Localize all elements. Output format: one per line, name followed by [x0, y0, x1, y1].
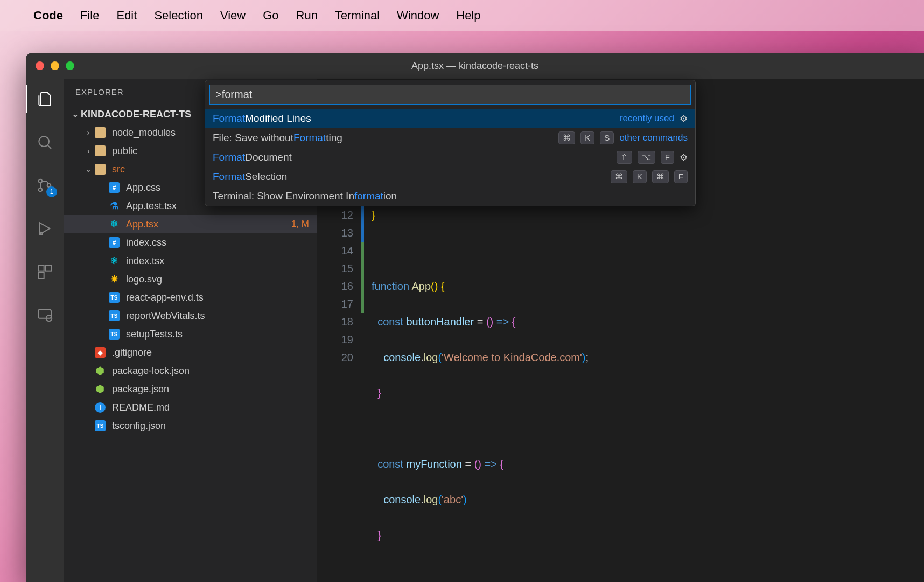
- activity-bar: 1: [26, 79, 64, 582]
- tree-item-label: index.tsx: [126, 255, 309, 267]
- line-number: 12: [317, 206, 353, 224]
- tree-item-logo-svg[interactable]: ✷logo.svg: [64, 270, 317, 288]
- palette-hint: recently used: [620, 113, 674, 124]
- keycap: ⌘: [652, 170, 669, 183]
- file-status: 1, M: [291, 219, 309, 230]
- chevron-down-icon: ⌄: [70, 110, 81, 119]
- tree-item-label: .gitignore: [112, 347, 309, 358]
- menubar-window[interactable]: Window: [397, 9, 439, 23]
- palette-hint: other commands: [619, 133, 688, 143]
- tree-item-label: setupTests.ts: [126, 329, 309, 340]
- line-number: 20: [317, 349, 353, 366]
- file-icon: [94, 126, 107, 139]
- activity-remote[interactable]: [26, 301, 64, 329]
- tree-item-tsconfig-json[interactable]: TStsconfig.json: [64, 417, 317, 435]
- file-icon: i: [94, 401, 107, 414]
- tree-item-index-tsx[interactable]: ⚛index.tsx: [64, 252, 317, 270]
- tree-item--gitignore[interactable]: ◆.gitignore: [64, 343, 317, 362]
- tree-item-readme-md[interactable]: iREADME.md: [64, 398, 317, 417]
- tree-item-label: tsconfig.json: [112, 420, 309, 432]
- palette-item[interactable]: File: Save without Formatting⌘KSother co…: [205, 128, 695, 148]
- activity-source-control[interactable]: 1: [26, 171, 64, 199]
- svg-point-0: [39, 136, 49, 147]
- menubar-go[interactable]: Go: [263, 9, 278, 23]
- tree-item-setuptests-ts[interactable]: TSsetupTests.ts: [64, 325, 317, 343]
- menubar-selection[interactable]: Selection: [154, 9, 203, 23]
- menubar-file[interactable]: File: [80, 9, 99, 23]
- command-palette-input[interactable]: [209, 85, 691, 105]
- tree-item-label: README.md: [112, 402, 309, 413]
- gear-icon[interactable]: ⚙: [680, 113, 688, 124]
- file-icon: ◆: [94, 346, 107, 359]
- tree-item-app-tsx[interactable]: ⚛App.tsx1, M: [64, 215, 317, 233]
- tree-item-reportwebvitals-ts[interactable]: TSreportWebVitals.ts: [64, 307, 317, 325]
- tree-item-package-json[interactable]: ⬢package.json: [64, 380, 317, 398]
- tree-item-label: index.css: [126, 237, 309, 248]
- file-icon: ⬢: [94, 364, 107, 377]
- titlebar[interactable]: App.tsx — kindacode-react-ts: [26, 53, 924, 79]
- tree-item-label: react-app-env.d.ts: [126, 292, 309, 303]
- window-title: App.tsx — kindacode-react-ts: [411, 60, 538, 72]
- command-palette: Format Modified Linesrecently used⚙File:…: [205, 80, 696, 206]
- line-number: 13: [317, 224, 353, 242]
- window-minimize-button[interactable]: [51, 61, 59, 70]
- remote-icon: [36, 306, 53, 323]
- keycap: F: [661, 151, 674, 164]
- palette-item[interactable]: Terminal: Show Environment Information: [205, 186, 695, 206]
- palette-item[interactable]: Format Selection⌘K⌘F: [205, 167, 695, 186]
- activity-extensions[interactable]: [26, 258, 64, 286]
- activity-explorer[interactable]: [26, 85, 64, 113]
- file-icon: ⚛: [108, 254, 121, 267]
- file-icon: ⚛: [108, 218, 121, 231]
- tree-item-index-css[interactable]: #index.css: [64, 233, 317, 252]
- gear-icon[interactable]: ⚙: [680, 152, 688, 163]
- tree-item-label: logo.svg: [126, 274, 309, 285]
- menubar-app-name[interactable]: Code: [33, 9, 63, 23]
- svg-rect-8: [38, 310, 51, 318]
- svg-rect-7: [38, 272, 44, 278]
- line-number: 14: [317, 242, 353, 260]
- menubar-view[interactable]: View: [220, 9, 246, 23]
- chevron-icon: ›: [83, 128, 94, 137]
- line-number: 16: [317, 278, 353, 295]
- line-number: 17: [317, 295, 353, 313]
- file-icon: TS: [108, 328, 121, 341]
- menubar-run[interactable]: Run: [296, 9, 318, 23]
- macos-menubar: Code File Edit Selection View Go Run Ter…: [0, 0, 924, 31]
- menubar-help[interactable]: Help: [456, 9, 480, 23]
- chevron-icon: ›: [83, 147, 94, 155]
- palette-item[interactable]: Format Modified Linesrecently used⚙: [205, 109, 695, 128]
- keycap: K: [580, 131, 594, 144]
- keycap: ⌥: [638, 151, 655, 164]
- traffic-lights: [26, 61, 74, 70]
- palette-item[interactable]: Format Document⇧⌥F⚙: [205, 148, 695, 167]
- activity-run-debug[interactable]: [26, 214, 64, 242]
- keycap: S: [600, 131, 614, 144]
- files-icon: [36, 91, 53, 108]
- keycap: F: [674, 170, 688, 183]
- tree-item-label: package-lock.json: [112, 365, 309, 377]
- scm-badge: 1: [46, 186, 57, 197]
- extensions-icon: [36, 263, 53, 280]
- file-icon: [94, 144, 107, 157]
- window-close-button[interactable]: [36, 61, 44, 70]
- tree-item-package-lock-json[interactable]: ⬢package-lock.json: [64, 362, 317, 380]
- file-icon: TS: [108, 291, 121, 304]
- file-icon: [94, 163, 107, 176]
- window-maximize-button[interactable]: [66, 61, 74, 70]
- menubar-edit[interactable]: Edit: [116, 9, 137, 23]
- keycap: K: [633, 170, 647, 183]
- svg-rect-6: [45, 265, 51, 271]
- tree-item-react-app-env-d-ts[interactable]: TSreact-app-env.d.ts: [64, 288, 317, 307]
- activity-search[interactable]: [26, 128, 64, 156]
- tree-item-label: App.tsx: [126, 219, 291, 230]
- svg-rect-5: [38, 265, 44, 271]
- command-palette-list: Format Modified Linesrecently used⚙File:…: [205, 109, 695, 206]
- tree-item-label: reportWebVitals.ts: [126, 310, 309, 322]
- file-icon: ⚗: [108, 199, 121, 212]
- menubar-terminal[interactable]: Terminal: [335, 9, 380, 23]
- debug-icon: [36, 220, 53, 237]
- svg-point-1: [39, 179, 43, 183]
- search-icon: [36, 134, 53, 151]
- file-icon: #: [108, 236, 121, 249]
